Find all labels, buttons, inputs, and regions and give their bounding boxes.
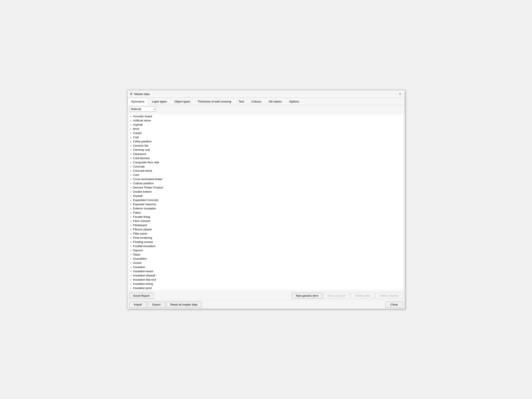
list-item[interactable]: +Cubicle partition — [128, 181, 404, 185]
app-icon: ⚙ — [130, 92, 133, 96]
list-item[interactable]: +Artificial stone — [128, 118, 404, 123]
list-item[interactable]: +Carpet — [128, 131, 404, 135]
reset-all-button[interactable]: Reset all master data — [166, 302, 202, 308]
bottom-buttons-row2: Import Export Reset all master data Clos… — [127, 300, 405, 309]
list-item[interactable]: +Cast — [128, 135, 404, 139]
expand-icon: + — [129, 123, 133, 126]
tab-layer-types[interactable]: Layer types — [148, 98, 171, 105]
list-item[interactable]: +Composite floor slab — [128, 160, 404, 165]
new-generic-term-button[interactable]: New generic term — [292, 293, 323, 299]
expand-icon: + — [129, 283, 133, 285]
expand-icon: + — [129, 258, 133, 260]
list-item[interactable]: +Fibrous plaster — [128, 227, 404, 231]
expand-icon: + — [129, 287, 133, 289]
tabs-bar: Synonyms Layer types Object types Thickn… — [127, 98, 405, 105]
list-item[interactable]: +Acoustic board — [128, 114, 404, 118]
tab-ini-values[interactable]: INI-values — [265, 98, 285, 105]
list-item[interactable]: +Concrete block — [128, 169, 404, 173]
tab-thickness[interactable]: Thickness of wall covering — [194, 98, 235, 105]
list-item[interactable]: +Exterior Insulation — [128, 206, 404, 210]
list-item[interactable]: +Insulation-lining — [128, 282, 404, 286]
new-synonym-button[interactable]: New synonym — [323, 293, 350, 299]
title-bar: ⚙ Master data ✕ — [127, 90, 405, 98]
list-item-label: Artificial stone — [133, 119, 151, 122]
expand-icon: + — [129, 128, 133, 130]
list-item[interactable]: +Insulation-flat-roof — [128, 278, 404, 282]
list-item-label: Clearance — [133, 152, 146, 156]
expand-icon: + — [129, 207, 133, 210]
list-item-label: Fibrous plaster — [133, 228, 152, 231]
list-item-label: Cold bitumen — [133, 157, 150, 160]
expand-icon: + — [129, 249, 133, 252]
list-item-label: Cast — [133, 136, 139, 139]
list-item[interactable]: +Insulation — [128, 265, 404, 269]
list-item-label: Insulation-flat-roof — [133, 278, 156, 281]
tab-object-types[interactable]: Object types — [171, 98, 194, 105]
list-item[interactable]: +Filter panel — [128, 231, 404, 236]
list-item[interactable]: +Fibreboard — [128, 223, 404, 227]
list-item-label: Brick — [133, 127, 139, 131]
list-item[interactable]: +Final rendering — [128, 236, 404, 240]
expand-icon: + — [129, 165, 133, 168]
list-item[interactable]: +Insulation-post — [128, 286, 404, 290]
expand-icon: + — [129, 228, 133, 231]
title-bar-left: ⚙ Master data — [130, 92, 150, 96]
list-item[interactable]: +Gravel — [128, 261, 404, 265]
list-item-label: Acoustic board — [133, 115, 152, 118]
list-item-label: Drywall — [133, 194, 143, 197]
excel-report-button[interactable]: Excel Report — [129, 293, 154, 299]
items-list[interactable]: +Acoustic board+Artificial stone+Asphalt… — [128, 114, 404, 290]
list-item-label: Fibre Cement — [133, 219, 151, 223]
window-close-button[interactable]: ✕ — [398, 91, 403, 96]
list-item[interactable]: +Clearance — [128, 152, 404, 156]
list-item[interactable]: +Double bottom — [128, 190, 404, 194]
list-item-label: Glass — [133, 253, 140, 256]
list-item[interactable]: +Cellar-partition — [128, 139, 404, 144]
expand-icon: + — [129, 157, 133, 160]
list-item[interactable]: +Footfall-insulation — [128, 244, 404, 248]
list-item[interactable]: +Facade lining — [128, 215, 404, 219]
tab-synonyms[interactable]: Synonyms — [127, 98, 148, 105]
expand-icon: + — [129, 182, 133, 185]
material-dropdown[interactable]: Material Layer Object — [130, 107, 156, 112]
list-item[interactable]: +Brick — [128, 127, 404, 131]
export-button[interactable]: Export — [148, 302, 165, 308]
list-item[interactable]: +Gipsum — [128, 248, 404, 252]
list-item-label: Concrete — [133, 165, 145, 168]
list-item[interactable]: +Cold bitumen — [128, 156, 404, 160]
list-item[interactable]: +Concrete — [128, 165, 404, 169]
list-item[interactable]: +Fabric — [128, 210, 404, 215]
tab-text[interactable]: Text — [235, 98, 247, 105]
list-item[interactable]: +Drywall — [128, 194, 404, 198]
list-item[interactable]: +Asphalt — [128, 123, 404, 127]
modify-label-button[interactable]: Modify label — [351, 293, 374, 299]
expand-icon: + — [129, 232, 133, 235]
expand-icon: + — [129, 170, 133, 172]
list-item[interactable]: +Cross laminated timber — [128, 177, 404, 181]
list-item[interactable]: +Glass — [128, 252, 404, 257]
close-button[interactable]: Close — [385, 302, 403, 308]
list-item[interactable]: +Insulation-drywall — [128, 273, 404, 278]
list-item[interactable]: +Insulation-beam — [128, 269, 404, 273]
list-item[interactable]: +Fibre Cement — [128, 219, 404, 223]
import-button[interactable]: Import — [129, 302, 147, 308]
expand-icon: + — [129, 262, 133, 264]
expand-icon: + — [129, 199, 133, 202]
list-item-label: Filter panel — [133, 232, 147, 235]
list-item[interactable]: +Ceramic tile — [128, 144, 404, 148]
list-item[interactable]: +Cork — [128, 173, 404, 177]
list-item[interactable]: +Derived Timber Product — [128, 185, 404, 190]
expand-icon: + — [129, 279, 133, 281]
delete-element-button[interactable]: Delete element — [375, 293, 403, 299]
list-item[interactable]: +Floating screed — [128, 240, 404, 244]
list-item[interactable]: +Chimney unit — [128, 148, 404, 152]
expand-icon: + — [129, 174, 133, 176]
list-item-label: Chimney unit — [133, 148, 150, 152]
tab-options[interactable]: Options — [285, 98, 303, 105]
list-item[interactable]: +Exposed masonry — [128, 202, 404, 206]
list-item[interactable]: +Expanded Concrete — [128, 198, 404, 202]
tab-colours[interactable]: Colours — [247, 98, 265, 105]
list-item-label: Insulation-drywall — [133, 274, 155, 277]
list-item-label: Fibreboard — [133, 223, 147, 227]
list-item[interactable]: +Granolithic — [128, 257, 404, 261]
